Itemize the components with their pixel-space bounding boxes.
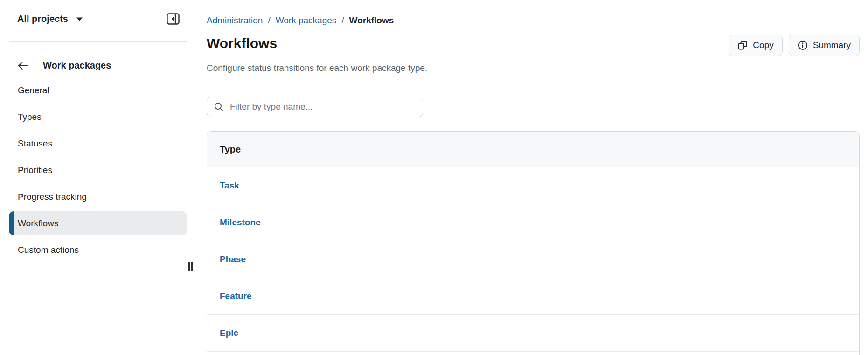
column-header-type: Type	[220, 144, 241, 155]
breadcrumb-separator: /	[268, 15, 270, 26]
main-content: Administration / Work packages / Workflo…	[196, 0, 868, 355]
sidebar-menu: General Types Statuses Priorities Progre…	[9, 78, 187, 265]
filter-field	[207, 97, 423, 117]
divider	[9, 41, 187, 42]
toolbar-actions: Copy Summary	[729, 35, 860, 56]
info-icon	[798, 40, 808, 50]
type-link-epic[interactable]: Epic	[220, 328, 238, 338]
sidebar-item-label: Progress tracking	[18, 192, 87, 202]
sidebar-item-custom-actions[interactable]: Custom actions	[9, 238, 187, 262]
sidebar-item-workflows[interactable]: Workflows	[9, 211, 187, 235]
breadcrumb-separator: /	[341, 15, 344, 26]
resize-bar	[191, 262, 193, 271]
collapse-sidebar-button[interactable]	[166, 12, 181, 26]
copy-button[interactable]: Copy	[729, 35, 782, 56]
filter-input[interactable]	[229, 101, 417, 112]
page-title: Workflows	[207, 35, 277, 52]
sidebar-section-header: Work packages	[18, 60, 111, 71]
sidebar: All projects Work packages Genera	[0, 0, 196, 355]
breadcrumb-current: Workflows	[349, 15, 394, 26]
sidebar-item-label: Custom actions	[18, 245, 79, 255]
breadcrumb-link-work-packages[interactable]: Work packages	[276, 15, 337, 26]
sidebar-item-progress-tracking[interactable]: Progress tracking	[9, 185, 187, 209]
app-window: All projects Work packages Genera	[0, 0, 868, 355]
type-link-task[interactable]: Task	[220, 181, 239, 191]
chevron-down-icon	[76, 17, 83, 21]
copy-icon	[737, 40, 748, 50]
sidebar-item-general[interactable]: General	[9, 78, 187, 102]
sidebar-item-statuses[interactable]: Statuses	[9, 132, 187, 155]
sidebar-item-label: Priorities	[18, 165, 52, 175]
summary-button[interactable]: Summary	[789, 35, 860, 56]
sidebar-section-title: Work packages	[43, 60, 111, 71]
breadcrumb-link-administration[interactable]: Administration	[207, 15, 263, 26]
sidebar-collapse-icon	[167, 13, 180, 25]
table-row: Phase	[207, 241, 859, 278]
back-button[interactable]	[18, 62, 28, 70]
resize-bar	[188, 262, 190, 271]
sidebar-resize-handle[interactable]	[188, 262, 193, 271]
table-row: Epic	[207, 315, 859, 352]
table-row: Task	[207, 167, 859, 204]
divider	[207, 85, 860, 85]
summary-button-label: Summary	[813, 40, 851, 50]
table-row-partial	[207, 352, 859, 355]
table-row: Feature	[207, 278, 859, 315]
type-link-phase[interactable]: Phase	[220, 254, 246, 265]
page-subtitle: Configure status transitions for each wo…	[207, 63, 860, 74]
sidebar-item-label: Types	[18, 112, 42, 122]
type-link-milestone[interactable]: Milestone	[220, 217, 261, 228]
project-selector[interactable]: All projects	[17, 14, 83, 24]
type-link-feature[interactable]: Feature	[220, 291, 252, 301]
type-table: Type Task Milestone Phase Feature Epic	[207, 131, 860, 355]
table-header-row: Type	[207, 132, 859, 167]
arrow-left-icon	[18, 62, 28, 70]
table-row: Milestone	[207, 204, 859, 241]
sidebar-item-priorities[interactable]: Priorities	[9, 158, 187, 182]
breadcrumb: Administration / Work packages / Workflo…	[207, 15, 860, 26]
search-icon	[214, 102, 224, 112]
sidebar-item-types[interactable]: Types	[9, 105, 187, 129]
sidebar-item-label: Statuses	[18, 139, 52, 149]
title-row: Workflows Copy Summary	[207, 35, 860, 56]
sidebar-item-label: Workflows	[18, 218, 58, 229]
copy-button-label: Copy	[753, 40, 773, 50]
sidebar-item-label: General	[18, 85, 49, 96]
project-selector-label: All projects	[17, 14, 68, 24]
